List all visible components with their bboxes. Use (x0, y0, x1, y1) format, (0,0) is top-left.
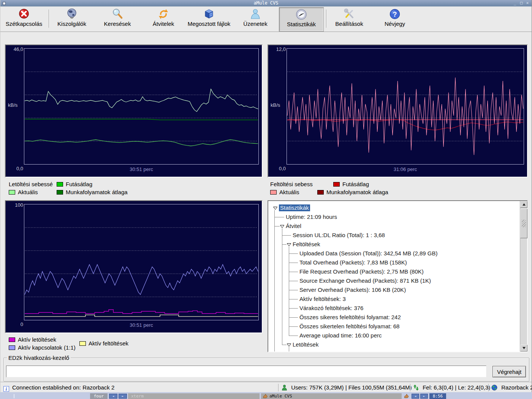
servers-icon (66, 8, 78, 20)
connection-status: iConnection established on: Razorback 2 (3, 384, 114, 391)
ed2k-group-label: ED2k hivatkozás-kezelő (7, 355, 71, 361)
scroll-up-button[interactable] (520, 201, 527, 208)
window-title: aMule CVS (253, 0, 278, 6)
tray-prev-icon[interactable]: ◄ (412, 394, 419, 399)
legend-swatch (57, 190, 63, 195)
legend-item: Futásátlag (333, 181, 369, 188)
tree-item[interactable]: Source Exchange Overhead (Packets): 871 … (299, 277, 431, 284)
transfers-button[interactable]: Átvitelek (142, 7, 184, 31)
about-button[interactable]: ? Névjegy (374, 7, 416, 31)
amule-window: aMule CVS _ □ ✕ Szétkapcsolás Kiszolgáló… (0, 0, 532, 392)
current-line (25, 89, 258, 111)
workspace-prev-icon[interactable]: ◄ (109, 394, 117, 399)
download-graph-panel: 46,0 kB/s 0,0 30:51 perc (5, 44, 263, 177)
arrow-down-icon (522, 347, 526, 349)
disconnect-icon (18, 8, 30, 20)
tree-item[interactable]: Statisztikák (279, 204, 310, 211)
tree-connector (274, 210, 275, 352)
statistics-icon (295, 8, 307, 21)
tree-expander-icon[interactable] (287, 243, 291, 247)
about-icon: ? (389, 8, 401, 20)
connections-graph-panel: 100 0 30:51 perc (5, 200, 263, 333)
svg-text:?: ? (393, 11, 397, 18)
ed2k-link-handler-group: ED2k hivatkozás-kezelő Végrehajt (3, 358, 529, 382)
tree-item[interactable]: Összes sikertelen feltöltési folyamat: 6… (299, 323, 399, 330)
statusbar-separator (410, 384, 411, 391)
tree-item[interactable]: Total Overhead (Packets): 7,83 MB (158K) (299, 259, 407, 266)
workspace-button[interactable]: four (90, 393, 108, 399)
tree-connector (274, 217, 284, 217)
tree-connector (274, 226, 280, 226)
tray-next-icon[interactable]: ► (420, 394, 428, 399)
tree-item[interactable]: Letöltések (293, 341, 318, 348)
tree-connector (289, 281, 298, 281)
session-average-line (25, 119, 258, 120)
tree-connector (289, 336, 298, 336)
legend-item: Aktív feltöltések (79, 340, 128, 347)
upload-xlabel: 31:06 perc (287, 166, 524, 172)
tree-expander-icon[interactable] (273, 206, 278, 210)
tree-item[interactable]: Feltöltések (293, 241, 320, 248)
messages-button[interactable]: Üzenetek (234, 7, 276, 31)
messages-icon (249, 8, 261, 20)
tray-mule-icon[interactable] (404, 394, 409, 399)
legend-item: Futásátlag (57, 181, 92, 188)
tree-item[interactable]: Várakozó feltöltések: 376 (299, 305, 363, 312)
taskbar-window-xterm[interactable]: xterm (128, 393, 260, 399)
upload-graph-panel: 12,0 kB/s 0,0 31:06 perc (268, 44, 528, 177)
tree-item[interactable]: Uptime: 21:09 hours (286, 214, 337, 220)
tree-connector (289, 308, 298, 309)
tree-connector (289, 347, 289, 352)
legend-swatch (317, 190, 324, 195)
tree-connector (282, 235, 291, 236)
statistics-button[interactable]: Statisztikák (279, 7, 324, 32)
tree-item[interactable]: Downloaded Data (Session (Total)): 1,93 … (299, 350, 438, 352)
servers-button[interactable]: Kiszolgálók (51, 7, 93, 31)
taskbar-clock: 8:56 (429, 393, 446, 399)
tree-scrollbar[interactable] (520, 201, 527, 352)
scroll-down-button[interactable] (520, 345, 527, 352)
search-button[interactable]: Keresések (97, 7, 138, 31)
settings-button[interactable]: Beállítások (328, 7, 370, 31)
title-bar[interactable]: aMule CVS _ □ ✕ (0, 0, 532, 6)
download-xlabel: 30:51 perc (24, 166, 259, 172)
tree-item[interactable]: File Request Overhead (Packets): 2,75 MB… (299, 268, 424, 275)
tree-item[interactable]: Aktív feltöltések: 3 (299, 296, 346, 302)
shared-files-button[interactable]: Megosztott fájlok (184, 7, 234, 31)
active-connections-line (25, 264, 258, 294)
tree-item[interactable]: Session UL:DL Ratio (Total): 1 : 3,68 (293, 232, 385, 239)
tree-connector (282, 244, 287, 245)
legend-swatch (270, 190, 277, 195)
ed2k-link-input[interactable] (6, 366, 486, 377)
upload-plot (287, 48, 524, 165)
disconnect-button[interactable]: Szétkapcsolás (3, 7, 45, 31)
legend-swatch (333, 182, 340, 187)
tree-item[interactable]: Átvitel (286, 223, 301, 230)
legend-swatch (9, 190, 15, 195)
tree-connector (289, 317, 298, 318)
status-bar: iConnection established on: Razorback 2 … (0, 382, 532, 392)
tree-connector (289, 326, 298, 327)
minimize-icon[interactable]: _ (512, 0, 518, 6)
close-icon[interactable]: ✕ (524, 0, 530, 6)
maximize-icon[interactable]: □ (518, 0, 524, 6)
tree-expander-icon[interactable] (287, 343, 291, 347)
tree-item[interactable]: Uploaded Data (Session (Total)): 342,54 … (299, 250, 438, 257)
server-status: Razorback 2 (491, 384, 532, 391)
tree-item[interactable]: Server Overhead (Packets): 106 KB (20K) (299, 287, 406, 293)
tree-expander-icon[interactable] (280, 225, 285, 228)
tree-item[interactable]: Average upload time: 16:00 perc (299, 332, 382, 339)
taskbar-window-amule[interactable]: aMule CVS (261, 393, 402, 399)
legend-swatch (79, 341, 86, 346)
tree-connector (282, 228, 282, 345)
connections-xlabel: 30:51 perc (24, 322, 259, 328)
connections-ymin-label: 0 (12, 321, 23, 327)
execute-button[interactable]: Végrehajt (492, 366, 526, 377)
workspace-next-icon[interactable]: ► (119, 394, 127, 399)
legend-item: Aktuális (9, 189, 38, 196)
download-ymin-label: 0,0 (12, 166, 23, 171)
tree-item[interactable]: Összes sikeres feleltöltési folyamat: 24… (299, 314, 401, 321)
tree-connector (282, 345, 287, 345)
legend-item: Munkafolyamatok átlaga (57, 189, 128, 196)
scrollbar-thumb[interactable] (520, 209, 527, 238)
